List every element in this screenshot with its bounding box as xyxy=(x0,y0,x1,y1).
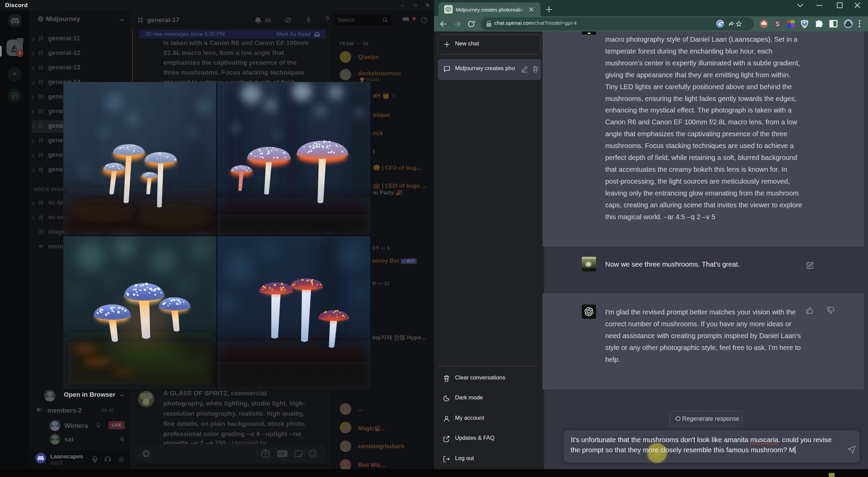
svg-text:GIF: GIF xyxy=(278,452,285,456)
svg-text:48: 48 xyxy=(265,18,271,23)
svg-text:S: S xyxy=(775,21,780,27)
